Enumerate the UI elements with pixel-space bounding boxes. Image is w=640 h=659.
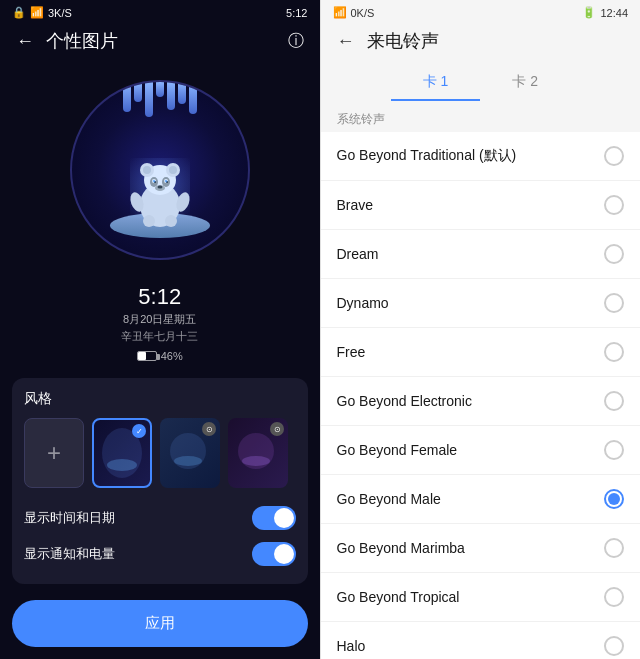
svg-point-18 <box>152 179 155 182</box>
ringtone-item[interactable]: Dynamo <box>321 279 641 328</box>
right-battery-icon: 🔋 <box>582 6 596 19</box>
right-back-button[interactable]: ← <box>337 31 355 52</box>
battery-icon <box>137 351 157 361</box>
ringtone-name: Go Beyond Female <box>337 442 458 458</box>
tab-card2[interactable]: 卡 2 <box>480 65 570 101</box>
plus-icon: + <box>47 439 61 467</box>
clock-time: 5:12 <box>0 284 320 310</box>
style-thumb-2[interactable]: ⊙ <box>160 418 220 488</box>
right-status-right: 🔋 12:44 <box>582 6 628 19</box>
ringtone-name: Brave <box>337 197 374 213</box>
radio-inner <box>608 493 620 505</box>
ringtone-list: Go Beyond Traditional (默认)BraveDreamDyna… <box>321 132 641 659</box>
style-section: 风格 + ✓ ⊙ ⊙ <box>12 378 308 584</box>
wallpaper-circle <box>70 80 250 260</box>
svg-point-19 <box>164 179 167 182</box>
radio-button[interactable] <box>604 293 624 313</box>
right-signal-icon: 📶 <box>333 6 347 19</box>
ringtone-item[interactable]: Free <box>321 328 641 377</box>
radio-button[interactable] <box>604 342 624 362</box>
section-label: 系统铃声 <box>321 101 641 132</box>
ringtone-name: Go Beyond Male <box>337 491 441 507</box>
ringtone-item[interactable]: Go Beyond Tropical <box>321 573 641 622</box>
right-status-left: 📶 0K/S <box>333 6 375 19</box>
tabs-row: 卡 1 卡 2 <box>321 61 641 101</box>
lock-icon: 🔒 <box>12 6 26 19</box>
left-time: 5:12 <box>286 7 307 19</box>
ringtone-item[interactable]: Go Beyond Male <box>321 475 641 524</box>
radio-button[interactable] <box>604 195 624 215</box>
ringtone-item[interactable]: Brave <box>321 181 641 230</box>
thumb-check-3: ⊙ <box>270 422 284 436</box>
right-header: ← 来电铃声 <box>321 25 641 61</box>
thumb-check-2: ⊙ <box>202 422 216 436</box>
radio-button[interactable] <box>604 636 624 656</box>
ringtone-name: Free <box>337 344 366 360</box>
ringtone-name: Go Beyond Tropical <box>337 589 460 605</box>
style-thumb-1[interactable]: ✓ <box>92 418 152 488</box>
radio-button[interactable] <box>604 244 624 264</box>
ringtone-item[interactable]: Dream <box>321 230 641 279</box>
radio-button[interactable] <box>604 146 624 166</box>
svg-point-5 <box>169 166 177 174</box>
left-back-button[interactable]: ← <box>16 31 34 52</box>
radio-button[interactable] <box>604 391 624 411</box>
tab-card1[interactable]: 卡 1 <box>391 65 481 101</box>
style-thumbnails: + ✓ ⊙ ⊙ <box>24 418 296 488</box>
left-page-title: 个性图片 <box>46 29 288 53</box>
ringtone-name: Dynamo <box>337 295 389 311</box>
wallpaper-preview <box>60 71 260 268</box>
svg-rect-15 <box>165 215 177 227</box>
ringtone-name: Go Beyond Marimba <box>337 540 465 556</box>
thumb-check-1: ✓ <box>132 424 146 438</box>
icicles-decoration <box>72 82 248 122</box>
right-status-bar: 📶 0K/S 🔋 12:44 <box>321 0 641 25</box>
ringtone-item[interactable]: Go Beyond Marimba <box>321 524 641 573</box>
left-status-bar: 🔒 📶 3K/S 5:12 <box>0 0 320 25</box>
battery-fill <box>138 352 146 360</box>
radio-button[interactable] <box>604 440 624 460</box>
info-icon[interactable]: ⓘ <box>288 31 304 52</box>
ringtone-item[interactable]: Halo <box>321 622 641 659</box>
style-thumb-3[interactable]: ⊙ <box>228 418 288 488</box>
toggle-time-label: 显示时间和日期 <box>24 509 115 527</box>
apply-button[interactable]: 应用 <box>12 600 308 647</box>
svg-point-4 <box>143 166 151 174</box>
svg-point-13 <box>157 185 162 188</box>
ringtone-item[interactable]: Go Beyond Female <box>321 426 641 475</box>
right-time: 12:44 <box>600 7 628 19</box>
battery-percent: 46% <box>161 350 183 362</box>
svg-rect-14 <box>143 215 155 227</box>
radio-button[interactable] <box>604 489 624 509</box>
left-panel: 🔒 📶 3K/S 5:12 ← 个性图片 ⓘ <box>0 0 320 659</box>
svg-point-21 <box>107 459 137 471</box>
toggle-time-switch[interactable] <box>252 506 296 530</box>
right-panel: 📶 0K/S 🔋 12:44 ← 来电铃声 卡 1 卡 2 系统铃声 Go Be… <box>321 0 641 659</box>
data-speed: 3K/S <box>48 7 72 19</box>
ringtone-name: Halo <box>337 638 366 654</box>
ringtone-name: Dream <box>337 246 379 262</box>
wifi-icon: 📶 <box>30 6 44 19</box>
clock-section: 5:12 8月20日星期五 辛丑年七月十三 46% <box>0 284 320 362</box>
right-page-title: 来电铃声 <box>367 29 439 53</box>
ringtone-item[interactable]: Go Beyond Electronic <box>321 377 641 426</box>
clock-date: 8月20日星期五 <box>0 312 320 327</box>
left-status-right: 5:12 <box>286 7 307 19</box>
toggle-row-time: 显示时间和日期 <box>24 500 296 536</box>
style-label: 风格 <box>24 390 296 408</box>
ringtone-item[interactable]: Go Beyond Traditional (默认) <box>321 132 641 181</box>
bear-figure <box>125 150 195 230</box>
ringtone-name: Go Beyond Traditional (默认) <box>337 147 517 165</box>
clock-lunar: 辛丑年七月十三 <box>0 329 320 344</box>
svg-point-24 <box>174 456 202 466</box>
left-header: ← 个性图片 ⓘ <box>0 25 320 61</box>
toggle-notification-switch[interactable] <box>252 542 296 566</box>
radio-button[interactable] <box>604 587 624 607</box>
radio-button[interactable] <box>604 538 624 558</box>
add-style-thumb[interactable]: + <box>24 418 84 488</box>
battery-indicator: 46% <box>0 350 320 362</box>
right-data-speed: 0K/S <box>351 7 375 19</box>
ringtone-name: Go Beyond Electronic <box>337 393 472 409</box>
svg-point-26 <box>242 456 270 466</box>
toggle-row-notification: 显示通知和电量 <box>24 536 296 572</box>
